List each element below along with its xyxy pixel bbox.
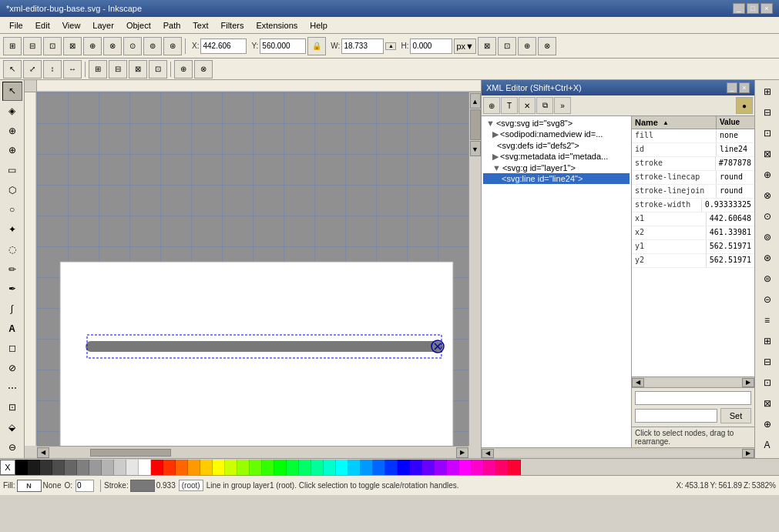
- toolbar-btn-1[interactable]: ⊞: [3, 37, 22, 55]
- palette-color-6[interactable]: [89, 460, 102, 475]
- xml-new-text-btn[interactable]: T: [501, 97, 518, 114]
- right-btn-7[interactable]: ⊙: [757, 206, 777, 226]
- tool-select[interactable]: ↖: [2, 82, 22, 101]
- tb2-btn-7[interactable]: ⊠: [129, 60, 147, 79]
- tool-zoom[interactable]: ⊕: [2, 141, 22, 160]
- right-btn-2[interactable]: ⊟: [757, 102, 777, 122]
- xml-value-input[interactable]: [635, 409, 717, 423]
- xml-new-elem-btn[interactable]: ⊕: [483, 97, 500, 114]
- tree-scroll-left[interactable]: ◀: [482, 449, 494, 458]
- xml-node-defs[interactable]: <svg:defs id="defs2">: [483, 140, 630, 151]
- toolbar-btn-9[interactable]: ⊛: [163, 37, 182, 55]
- fill-swatch[interactable]: N: [17, 480, 42, 492]
- prop-row-stroke[interactable]: stroke#787878: [632, 157, 754, 171]
- props-scroll-left[interactable]: ◀: [632, 378, 644, 387]
- tool-pen[interactable]: ✒: [2, 279, 22, 299]
- tb2-btn-4[interactable]: ↔: [63, 60, 82, 79]
- palette-color-1[interactable]: [28, 460, 40, 475]
- palette-color-40[interactable]: [509, 460, 521, 475]
- toolbar-btn-5[interactable]: ⊕: [83, 37, 102, 55]
- xml-active-btn[interactable]: ●: [736, 97, 753, 114]
- palette-color-28[interactable]: [361, 460, 373, 475]
- palette-color-5[interactable]: [77, 460, 89, 475]
- menu-item-edit[interactable]: Edit: [29, 19, 56, 32]
- toolbar-extra-1[interactable]: ⊠: [478, 37, 496, 55]
- palette-color-31[interactable]: [398, 460, 410, 475]
- menu-item-help[interactable]: Help: [304, 19, 334, 32]
- palette-color-25[interactable]: [324, 460, 336, 475]
- palette-color-32[interactable]: [410, 460, 422, 475]
- xml-node-line[interactable]: <svg:line id="line24">: [483, 173, 630, 184]
- xml-node-svg[interactable]: ▼<svg:svg id="svg8">: [483, 118, 630, 129]
- palette-color-23[interactable]: [299, 460, 311, 475]
- palette-color-21[interactable]: [274, 460, 287, 475]
- x-input[interactable]: [200, 38, 247, 54]
- unit-dropdown[interactable]: px ▼: [454, 38, 476, 54]
- tool-3d[interactable]: ⬡: [2, 180, 22, 199]
- palette-color-20[interactable]: [262, 460, 274, 475]
- right-btn-1[interactable]: ⊞: [757, 82, 777, 102]
- xml-tree[interactable]: ▼<svg:svg id="svg8"> ▶<sodipodi:namedvie…: [482, 116, 632, 447]
- palette-color-4[interactable]: [65, 460, 77, 475]
- tool-gradient[interactable]: ◻: [2, 339, 22, 358]
- palette-color-38[interactable]: [484, 460, 496, 475]
- maximize-btn[interactable]: □: [747, 3, 759, 14]
- menu-item-layer[interactable]: Layer: [86, 19, 120, 32]
- tool-text[interactable]: A: [2, 319, 22, 338]
- palette-color-22[interactable]: [287, 460, 299, 475]
- right-btn-4[interactable]: ⊠: [757, 144, 777, 164]
- tree-scroll-track[interactable]: [494, 450, 742, 457]
- tool-spiral[interactable]: ◌: [2, 240, 22, 259]
- w-input[interactable]: [341, 38, 384, 54]
- tb2-btn-2[interactable]: ⤢: [23, 60, 42, 79]
- prop-row-y2[interactable]: y2562.51971: [632, 254, 754, 268]
- toolbar-extra-4[interactable]: ⊗: [538, 37, 556, 55]
- props-scroll-track[interactable]: [644, 380, 742, 386]
- tool-circle[interactable]: ○: [2, 200, 22, 219]
- right-btn-12[interactable]: ≡: [757, 310, 777, 330]
- prop-row-y1[interactable]: y1562.51971: [632, 240, 754, 254]
- tb2-btn-5[interactable]: ⊞: [89, 60, 107, 79]
- toolbar-btn-2[interactable]: ⊟: [23, 37, 42, 55]
- right-btn-15[interactable]: ⊡: [757, 373, 777, 393]
- toolbar-btn-7[interactable]: ⊙: [123, 37, 142, 55]
- lock-btn[interactable]: 🔒: [307, 37, 326, 55]
- right-btn-13[interactable]: ⊞: [757, 331, 777, 351]
- tool-fill[interactable]: ⬙: [2, 418, 22, 437]
- xml-more-btn[interactable]: »: [554, 97, 571, 114]
- palette-color-8[interactable]: [114, 460, 126, 475]
- toolbar-btn-8[interactable]: ⊚: [143, 37, 162, 55]
- palette-color-39[interactable]: [496, 460, 509, 475]
- y-input[interactable]: [260, 38, 306, 54]
- tb2-btn-3[interactable]: ↕: [43, 60, 62, 79]
- minimize-btn[interactable]: _: [733, 3, 745, 14]
- menu-item-path[interactable]: Path: [157, 19, 187, 32]
- right-btn-18[interactable]: A: [757, 435, 777, 455]
- right-btn-10[interactable]: ⊜: [757, 269, 777, 289]
- tool-tweak[interactable]: ⊕: [2, 121, 22, 140]
- tool-zoom-out[interactable]: ⊖: [2, 437, 22, 457]
- palette-color-11[interactable]: [151, 460, 163, 475]
- palette-color-19[interactable]: [250, 460, 262, 475]
- right-btn-14[interactable]: ⊟: [757, 352, 777, 372]
- palette-color-34[interactable]: [435, 460, 447, 475]
- palette-color-30[interactable]: [385, 460, 398, 475]
- palette-color-2[interactable]: [40, 460, 52, 475]
- opacity-input[interactable]: [76, 480, 94, 492]
- w-spin-up[interactable]: ▲: [385, 42, 396, 50]
- right-btn-11[interactable]: ⊝: [757, 289, 777, 309]
- toolbar-extra-2[interactable]: ⊡: [498, 37, 516, 55]
- palette-color-17[interactable]: [225, 460, 237, 475]
- palette-color-3[interactable]: [52, 460, 65, 475]
- menu-item-object[interactable]: Object: [120, 19, 157, 32]
- palette-color-16[interactable]: [213, 460, 225, 475]
- menu-item-filters[interactable]: Filters: [215, 19, 250, 32]
- col-name-header[interactable]: Name ▲: [632, 116, 717, 129]
- tree-scroll-right[interactable]: ▶: [742, 449, 754, 458]
- window-controls[interactable]: _ □ ×: [733, 3, 773, 14]
- xml-node-namedview[interactable]: ▶<sodipodi:namedview id=...: [483, 129, 630, 140]
- h-input[interactable]: [410, 38, 452, 54]
- palette-color-35[interactable]: [447, 460, 459, 475]
- canvas-viewport[interactable]: [37, 92, 468, 446]
- right-btn-8[interactable]: ⊚: [757, 227, 777, 247]
